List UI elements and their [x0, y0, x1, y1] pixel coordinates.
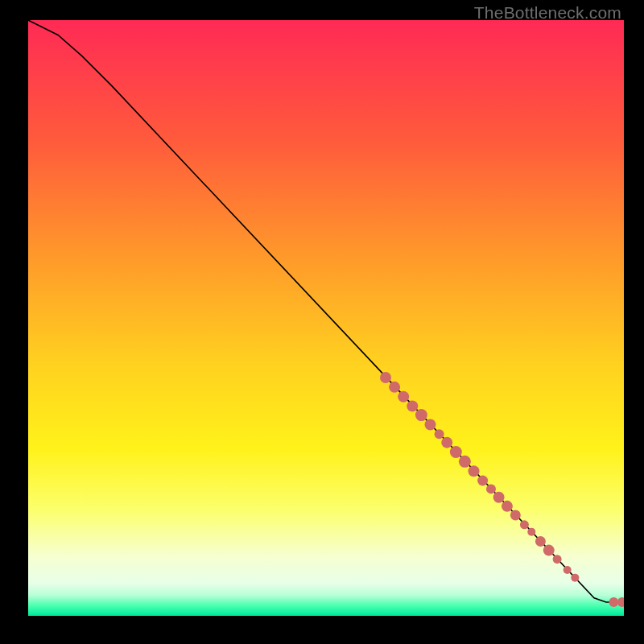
- data-point: [459, 456, 471, 468]
- chart-svg: [28, 20, 624, 616]
- data-point: [510, 510, 521, 520]
- curve-line: [28, 20, 624, 602]
- data-point: [477, 476, 488, 486]
- data-point: [425, 419, 436, 430]
- data-point: [398, 391, 409, 402]
- data-point: [564, 566, 572, 574]
- data-point: [450, 446, 462, 458]
- data-point: [486, 484, 496, 493]
- data-point: [441, 437, 452, 448]
- data-point: [609, 597, 618, 607]
- data-point: [553, 555, 562, 564]
- data-point: [535, 536, 546, 547]
- data-point: [571, 574, 579, 582]
- data-point: [389, 382, 400, 393]
- data-point: [520, 520, 529, 529]
- data-point: [502, 501, 513, 512]
- data-point: [527, 528, 535, 536]
- data-point: [415, 409, 427, 421]
- data-point: [435, 429, 444, 439]
- data-point: [407, 401, 418, 412]
- data-point: [380, 372, 391, 383]
- data-point: [543, 545, 555, 556]
- data-point: [469, 465, 480, 477]
- data-point: [617, 597, 624, 607]
- scatter-group: [380, 372, 624, 607]
- data-point: [493, 492, 505, 503]
- plot-area: [28, 20, 624, 616]
